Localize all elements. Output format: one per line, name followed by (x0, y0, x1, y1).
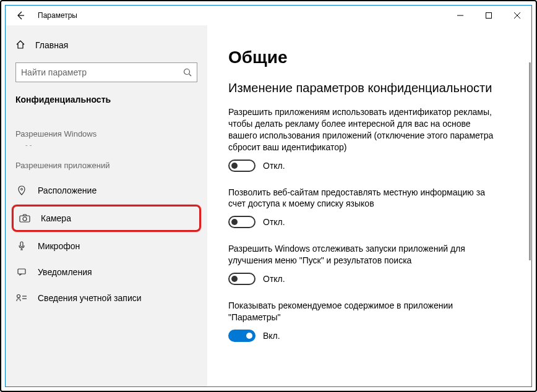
search-box[interactable] (15, 62, 197, 82)
arrow-left-icon (15, 11, 25, 20)
svg-point-5 (184, 69, 190, 75)
sidebar-item-label: Уведомления (38, 267, 92, 277)
setting-recommended-content: Показывать рекомендуемое содержимое в пр… (228, 300, 510, 342)
setting-desc: Разрешить приложениям использовать идент… (228, 106, 500, 153)
search-icon (183, 68, 192, 77)
microphone-icon (15, 241, 28, 251)
svg-point-9 (23, 217, 27, 221)
titlebar: Параметры (6, 6, 531, 25)
setting-desc: Позволить веб-сайтам предоставлять местн… (228, 187, 500, 210)
svg-point-12 (17, 295, 20, 298)
sidebar-item-label: Сведения учетной записи (38, 293, 142, 303)
group-sub: - - (6, 141, 207, 150)
sidebar-item-location[interactable]: Расположение (6, 177, 207, 203)
nav-home[interactable]: Главная (6, 33, 207, 58)
maximize-button[interactable] (475, 6, 503, 25)
svg-point-7 (21, 189, 23, 190)
toggle-language-list[interactable] (228, 216, 256, 228)
back-button[interactable] (6, 6, 35, 25)
notifications-icon (15, 267, 28, 277)
setting-ad-id: Разрешить приложениям использовать идент… (228, 106, 510, 172)
close-icon (514, 12, 520, 19)
sidebar-item-label: Микрофон (38, 241, 80, 251)
group-app-permissions: Разрешения приложений (6, 150, 207, 177)
setting-app-launch-tracking: Разрешить Windows отслеживать запуски пр… (228, 243, 510, 285)
scrollbar[interactable] (529, 62, 531, 260)
toggle-recommended-content[interactable] (228, 330, 256, 342)
sidebar-item-notifications[interactable]: Уведомления (6, 259, 207, 285)
svg-rect-11 (18, 269, 25, 274)
camera-icon (19, 213, 31, 223)
sidebar-item-label: Камера (41, 213, 71, 223)
setting-desc: Показывать рекомендуемое содержимое в пр… (228, 300, 500, 323)
svg-rect-10 (20, 242, 23, 247)
sidebar-item-account-info[interactable]: Сведения учетной записи (6, 285, 207, 311)
setting-language-list: Позволить веб-сайтам предоставлять местн… (228, 187, 510, 229)
minimize-icon (457, 12, 463, 19)
account-info-icon (15, 293, 28, 303)
toggle-label: Откл. (263, 274, 285, 284)
toggle-label: Вкл. (263, 331, 280, 341)
section-label: Конфиденциальность (6, 91, 207, 118)
sidebar-item-label: Расположение (38, 185, 97, 195)
svg-line-6 (189, 74, 192, 77)
setting-desc: Разрешить Windows отслеживать запуски пр… (228, 243, 500, 266)
maximize-icon (486, 12, 492, 19)
toggle-ad-id[interactable] (228, 160, 256, 172)
sidebar-item-camera[interactable]: Камера (14, 207, 199, 230)
nav-home-label: Главная (35, 40, 68, 50)
location-icon (15, 185, 28, 195)
sidebar-item-microphone[interactable]: Микрофон (6, 233, 207, 259)
page-title: Общие (228, 48, 510, 67)
toggle-app-launch-tracking[interactable] (228, 273, 256, 285)
window-title: Параметры (38, 11, 77, 20)
minimize-button[interactable] (446, 6, 475, 25)
toggle-label: Откл. (263, 161, 285, 171)
highlight-camera: Камера (12, 205, 201, 232)
search-input[interactable] (21, 67, 183, 77)
svg-rect-2 (486, 13, 492, 19)
section-title: Изменение параметров конфиденциальности (228, 81, 510, 95)
main-content: Общие Изменение параметров конфиденциаль… (207, 25, 531, 386)
home-icon (15, 40, 25, 51)
settings-window: Параметры Главная (5, 5, 532, 387)
sidebar: Главная Конфиденциальность Разрешения Wi… (6, 25, 207, 386)
close-button[interactable] (503, 6, 531, 25)
toggle-label: Откл. (263, 217, 285, 227)
